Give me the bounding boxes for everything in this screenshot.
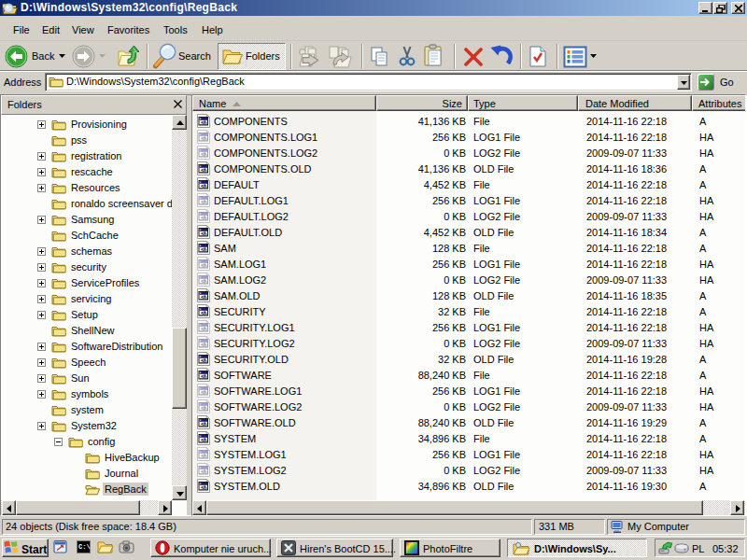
- svg-text:C:\: C:\: [78, 543, 91, 551]
